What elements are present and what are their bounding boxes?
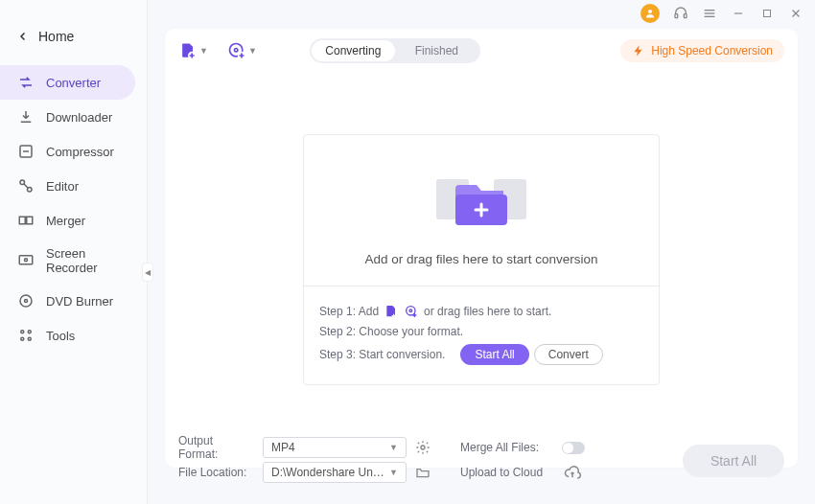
svg-point-22: [21, 337, 24, 340]
start-all-button[interactable]: Start All: [683, 445, 784, 477]
close-icon[interactable]: [788, 6, 803, 21]
recorder-icon: [17, 252, 35, 269]
bottom-bar: Output Format: MP4 ▼ Merge All Files: Fi…: [165, 435, 798, 493]
file-plus-icon[interactable]: [384, 304, 399, 319]
folder-open-icon[interactable]: [414, 464, 431, 481]
bolt-icon: [632, 44, 645, 57]
merge-label: Merge All Files:: [460, 441, 539, 454]
disc-plus-icon[interactable]: [404, 304, 419, 319]
maximize-icon[interactable]: [759, 6, 775, 21]
output-format-value: MP4: [271, 441, 295, 454]
chevron-down-icon: ▼: [248, 46, 257, 56]
sidebar-item-screen-recorder[interactable]: Screen Recorder: [0, 238, 147, 284]
svg-line-13: [24, 184, 29, 189]
sidebar-item-label: DVD Burner: [46, 294, 113, 309]
compressor-icon: [17, 143, 35, 160]
menu-icon[interactable]: [702, 6, 717, 21]
avatar[interactable]: [640, 4, 660, 23]
sidebar-item-label: Screen Recorder: [46, 246, 129, 275]
file-location-value: D:\Wondershare UniConverter 1: [271, 466, 386, 479]
svg-rect-2: [684, 14, 687, 18]
chevron-left-icon: [17, 31, 29, 42]
output-format-select[interactable]: MP4 ▼: [263, 437, 407, 458]
drop-text: Add or drag files here to start conversi…: [304, 252, 659, 266]
sidebar-item-converter[interactable]: Converter: [0, 65, 135, 100]
step1-pre: Step 1: Add: [319, 305, 379, 318]
sidebar-item-editor[interactable]: Editor: [0, 169, 147, 203]
converter-icon: [17, 74, 35, 91]
svg-point-20: [21, 331, 24, 333]
convert-pill[interactable]: Convert: [534, 344, 603, 365]
svg-point-26: [234, 49, 237, 52]
sidebar-item-downloader[interactable]: Downloader: [0, 100, 147, 134]
folder-illustration: [304, 160, 659, 237]
sidebar-item-dvd-burner[interactable]: DVD Burner: [0, 284, 147, 318]
svg-point-34: [409, 309, 412, 312]
start-all-pill[interactable]: Start All: [460, 344, 528, 365]
add-file-dropdown[interactable]: ▼: [178, 41, 208, 60]
sidebar-item-label: Compressor: [46, 145, 114, 159]
svg-point-0: [648, 10, 652, 13]
sidebar-home[interactable]: Home: [0, 19, 147, 54]
gear-icon[interactable]: [414, 439, 431, 456]
svg-point-21: [28, 331, 31, 333]
tab-finished[interactable]: Finished: [395, 40, 478, 61]
disc-plus-icon: [227, 41, 246, 60]
svg-point-19: [25, 300, 28, 303]
svg-point-23: [28, 337, 31, 340]
sidebar-item-label: Tools: [46, 329, 75, 343]
svg-rect-15: [27, 217, 33, 224]
home-label: Home: [38, 29, 74, 44]
svg-rect-16: [19, 256, 33, 264]
step2-text: Step 2: Choose your format.: [319, 325, 463, 338]
sidebar-item-label: Converter: [46, 76, 101, 90]
sidebar-item-label: Downloader: [46, 110, 112, 125]
svg-rect-7: [764, 11, 771, 17]
svg-point-17: [25, 259, 28, 262]
output-format-label: Output Format:: [178, 434, 255, 461]
editor-icon: [17, 177, 35, 195]
sidebar-collapse-handle[interactable]: ◀: [142, 263, 153, 282]
svg-point-33: [407, 307, 415, 315]
sidebar-item-label: Merger: [46, 214, 85, 228]
steps-panel: Step 1: Add or drag files here to start.…: [304, 286, 659, 384]
add-disc-dropdown[interactable]: ▼: [227, 41, 257, 60]
minimize-icon[interactable]: [731, 6, 746, 21]
merger-icon: [17, 212, 35, 229]
file-plus-icon: [178, 41, 198, 60]
dvd-icon: [17, 292, 35, 309]
sidebar: Home Converter Downloader Compressor Edi…: [0, 0, 148, 504]
high-speed-badge[interactable]: High Speed Conversion: [620, 39, 784, 62]
file-location-select[interactable]: D:\Wondershare UniConverter 1 ▼: [263, 462, 407, 483]
tab-converting[interactable]: Converting: [312, 40, 395, 61]
chevron-down-icon: ▼: [389, 468, 398, 477]
svg-point-35: [421, 446, 425, 449]
step3-text: Step 3: Start conversion.: [319, 348, 445, 361]
status-tabs: Converting Finished: [310, 38, 480, 63]
step1-post: or drag files here to start.: [424, 305, 551, 318]
sidebar-item-compressor[interactable]: Compressor: [0, 134, 147, 169]
chevron-down-icon: ▼: [389, 443, 398, 452]
sidebar-item-tools[interactable]: Tools: [0, 318, 147, 353]
sidebar-item-merger[interactable]: Merger: [0, 203, 147, 238]
tools-icon: [17, 327, 35, 344]
merge-toggle[interactable]: [562, 442, 585, 454]
cloud-upload-icon[interactable]: [564, 464, 581, 481]
svg-rect-1: [675, 14, 678, 18]
high-speed-label: High Speed Conversion: [651, 44, 773, 57]
downloader-icon: [17, 108, 35, 126]
upload-label: Upload to Cloud: [460, 466, 543, 479]
drop-zone[interactable]: Add or drag files here to start conversi…: [303, 134, 660, 385]
sidebar-item-label: Editor: [46, 179, 79, 194]
svg-rect-14: [19, 217, 25, 224]
file-location-label: File Location:: [178, 466, 255, 479]
chevron-down-icon: ▼: [199, 46, 208, 56]
headset-icon[interactable]: [673, 6, 688, 21]
svg-point-18: [20, 295, 32, 307]
main-panel: ▼ ▼ Converting Finished High Speed Conve…: [165, 29, 798, 468]
